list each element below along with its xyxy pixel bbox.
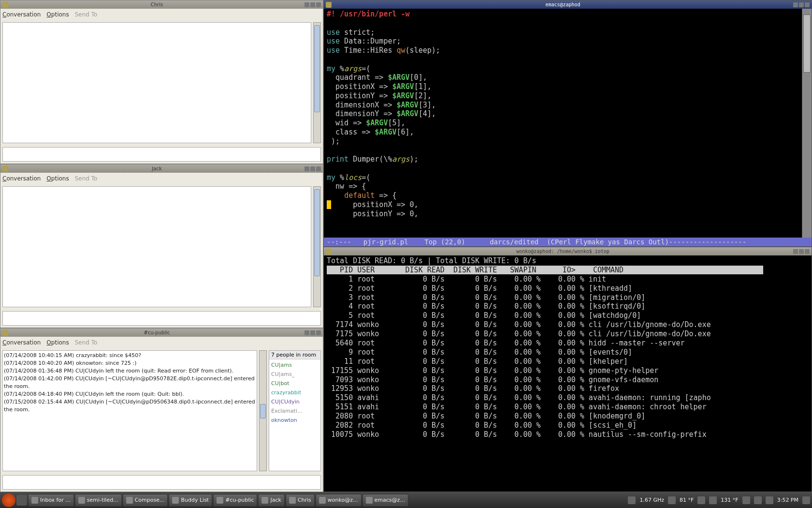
tray-icon[interactable] <box>709 496 717 504</box>
taskbar-task[interactable]: semi-tiled... <box>75 494 122 507</box>
roster-item[interactable]: Exclamati... <box>271 406 319 416</box>
terminal-titlebar[interactable]: wonko@zaphod: /home/wonko$ iotop <box>324 247 812 255</box>
emacs-buffer[interactable]: #! /usr/bin/perl -w use strict; use Data… <box>324 9 802 238</box>
close-icon[interactable] <box>316 2 321 7</box>
chat-window[interactable]: Jack ConversationOptions Send To <box>0 164 323 328</box>
terminal-output[interactable]: Total DISK READ: 0 B/s | Total DISK WRIT… <box>324 255 812 492</box>
app-icon <box>2 2 8 8</box>
temp2-label: 131 °F <box>721 497 738 503</box>
taskbar-task[interactable]: #cu-public <box>213 494 257 507</box>
app-icon <box>2 166 8 172</box>
show-desktop-icon[interactable] <box>16 495 27 506</box>
menubar: ConversationOptions Send To <box>0 9 323 20</box>
taskbar-task[interactable]: Compose... <box>123 494 168 507</box>
tray-icon[interactable] <box>766 496 773 504</box>
emacs-titlebar[interactable]: emacs@zaphod <box>324 0 812 9</box>
maximize-icon[interactable] <box>310 2 315 7</box>
scrollbar-thumb[interactable] <box>260 404 266 418</box>
weather-icon[interactable] <box>668 496 676 504</box>
emacs-modeline: --:--- pjr-grid.pl Top (22,0) darcs/edit… <box>324 238 812 246</box>
menu-item[interactable]: Conversation <box>2 175 41 182</box>
chat-window[interactable]: #cu-public ConversationOptions Send To (… <box>0 328 323 492</box>
minimize-icon[interactable] <box>304 330 309 335</box>
roster-item[interactable]: oknowton <box>271 416 319 425</box>
menubar: ConversationOptions Send To <box>0 173 323 184</box>
menubar: ConversationOptions Send To <box>0 337 323 348</box>
tray-icon[interactable] <box>697 496 705 504</box>
task-label: Inbox for ... <box>40 497 71 503</box>
task-icon <box>31 497 38 504</box>
taskbar-task[interactable]: Buddy List <box>169 494 212 507</box>
terminal-icon <box>326 249 332 254</box>
roster-item[interactable]: CU|ams_ <box>271 370 319 379</box>
titlebar[interactable]: #cu-public <box>0 329 323 337</box>
message-input[interactable] <box>2 147 321 162</box>
menu-item-disabled: Send To <box>75 11 98 18</box>
system-tray: 1.67 GHz 81 °F 131 °F 3:52 PM <box>628 496 810 504</box>
task-icon <box>289 497 296 504</box>
minimize-icon[interactable] <box>304 166 309 171</box>
minimize-icon[interactable] <box>793 249 798 254</box>
window-title: Chris <box>10 2 304 7</box>
maximize-icon[interactable] <box>799 249 804 254</box>
task-icon <box>78 497 85 504</box>
minimize-icon[interactable] <box>793 2 798 7</box>
titlebar[interactable]: Chris <box>0 0 323 9</box>
logout-icon[interactable] <box>802 496 810 504</box>
close-icon[interactable] <box>805 249 810 254</box>
close-icon[interactable] <box>316 166 321 171</box>
task-label: Buddy List <box>181 497 209 503</box>
tray-icon[interactable] <box>628 496 636 504</box>
titlebar[interactable]: Jack <box>0 164 323 173</box>
minimize-icon[interactable] <box>304 2 309 7</box>
terminal-window[interactable]: wonko@zaphod: /home/wonko$ iotop Total D… <box>323 247 812 492</box>
taskbar-task[interactable]: Jack <box>258 494 284 507</box>
roster: 7 people in room CU|amsCU|ams_CU|botcraz… <box>269 350 321 471</box>
volume-icon[interactable] <box>754 496 762 504</box>
task-label: Chris <box>298 497 311 503</box>
terminal-title: wonko@zaphod: /home/wonko$ iotop <box>334 249 792 254</box>
maximize-icon[interactable] <box>799 2 804 7</box>
chat-log[interactable] <box>2 186 311 307</box>
roster-item[interactable]: crazyrabbit <box>271 388 319 397</box>
scrollbar[interactable] <box>313 22 321 143</box>
task-icon <box>319 497 326 504</box>
scrollbar-thumb[interactable] <box>314 25 320 112</box>
scrollbar-thumb[interactable] <box>314 189 320 276</box>
menu-item[interactable]: Options <box>46 11 69 18</box>
chat-log[interactable]: (07/14/2008 10:40:15 AM) crazyrabbit: si… <box>2 350 257 471</box>
menu-item[interactable]: Options <box>46 339 69 346</box>
menu-item[interactable]: Conversation <box>2 11 41 18</box>
chat-log[interactable] <box>2 22 311 143</box>
roster-header: 7 people in room <box>269 351 320 359</box>
taskbar-task[interactable]: emacs@z... <box>362 494 408 507</box>
cpu-label: 1.67 GHz <box>639 497 664 503</box>
menu-item[interactable]: Options <box>46 175 69 182</box>
maximize-icon[interactable] <box>310 166 315 171</box>
close-icon[interactable] <box>805 2 810 7</box>
emacs-title: emacs@zaphod <box>334 2 792 7</box>
taskbar-task[interactable]: Inbox for ... <box>28 494 74 507</box>
network-icon[interactable] <box>742 496 750 504</box>
scrollbar[interactable] <box>313 186 321 307</box>
menu-item-disabled: Send To <box>75 175 98 182</box>
taskbar-task[interactable]: wonko@z... <box>316 494 362 507</box>
emacs-scrollbar[interactable] <box>802 9 812 238</box>
chat-window[interactable]: Chris ConversationOptions Send To <box>0 0 323 164</box>
roster-item[interactable]: CU|bot <box>271 379 319 388</box>
roster-item[interactable]: CU|CUdyin <box>271 397 319 406</box>
scrollbar[interactable] <box>259 350 267 471</box>
maximize-icon[interactable] <box>310 330 315 335</box>
window-title: Jack <box>10 166 304 171</box>
menu-item[interactable]: Conversation <box>2 339 41 346</box>
message-input[interactable] <box>2 311 321 326</box>
taskbar-task[interactable]: Chris <box>286 494 315 507</box>
emacs-window[interactable]: emacs@zaphod #! /usr/bin/perl -w use str… <box>323 0 812 247</box>
close-icon[interactable] <box>316 330 321 335</box>
task-icon <box>366 497 373 504</box>
roster-item[interactable]: CU|ams <box>271 360 319 370</box>
message-input[interactable] <box>2 475 321 490</box>
scrollbar-thumb[interactable] <box>803 15 811 73</box>
task-label: semi-tiled... <box>87 497 118 503</box>
start-button[interactable] <box>2 493 15 507</box>
